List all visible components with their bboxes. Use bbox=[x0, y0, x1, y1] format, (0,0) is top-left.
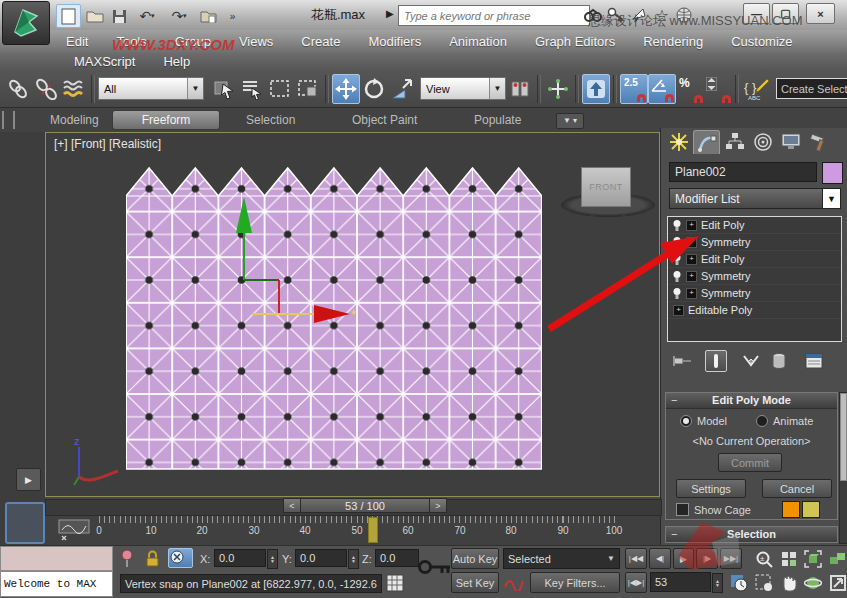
angle-snap-toggle-icon[interactable] bbox=[648, 74, 676, 104]
select-and-move-icon[interactable] bbox=[332, 74, 360, 104]
orbit-icon[interactable] bbox=[801, 572, 824, 593]
maxscript-mini-listener[interactable] bbox=[0, 546, 113, 571]
undo-button[interactable]: ↶▾ bbox=[131, 4, 163, 28]
visibility-bulb-icon[interactable] bbox=[672, 270, 682, 283]
isolate-selection-icon[interactable] bbox=[119, 549, 135, 572]
new-file-icon[interactable] bbox=[56, 4, 81, 28]
default-tangent-icon[interactable] bbox=[503, 573, 525, 595]
current-frame-marker[interactable] bbox=[368, 517, 378, 543]
visibility-bulb-icon[interactable] bbox=[672, 287, 682, 300]
stack-row-editable-poly[interactable]: Editable Poly bbox=[668, 302, 841, 319]
show-cage-checkbox[interactable]: Show Cage bbox=[676, 503, 751, 516]
hierarchy-tab-icon[interactable] bbox=[721, 130, 748, 154]
frame-spinner[interactable]: ▲▼ bbox=[712, 573, 723, 593]
go-to-start-button[interactable]: |◀◀ bbox=[625, 548, 647, 569]
y-coordinate-field[interactable]: 0.0 bbox=[295, 549, 347, 567]
expand-plus-icon[interactable] bbox=[686, 220, 697, 231]
zoom-icon[interactable]: ± bbox=[752, 548, 775, 569]
restore-button[interactable]: ▢ bbox=[772, 3, 799, 24]
current-frame-field[interactable]: 53 bbox=[650, 572, 711, 592]
menu-rendering[interactable]: Rendering bbox=[629, 34, 717, 49]
x-coordinate-field[interactable]: 0.0 bbox=[214, 549, 266, 567]
edit-named-selection-sets-icon[interactable]: { }ABC bbox=[742, 74, 770, 104]
keyboard-shortcut-override-icon[interactable] bbox=[582, 74, 610, 104]
close-button[interactable]: × bbox=[806, 3, 835, 24]
modifier-list-dropdown[interactable]: Modifier List▼ bbox=[669, 188, 841, 209]
play-button[interactable]: ▶ bbox=[673, 548, 694, 569]
select-and-rotate-icon[interactable] bbox=[360, 74, 388, 104]
ribbon-tab-populate[interactable]: Populate bbox=[466, 111, 529, 129]
display-tab-icon[interactable] bbox=[777, 130, 804, 154]
project-folder-icon[interactable] bbox=[196, 4, 221, 28]
named-selection-set-field[interactable]: Create Selection bbox=[776, 78, 847, 99]
show-end-result-icon[interactable] bbox=[705, 350, 727, 372]
object-color-swatch[interactable] bbox=[822, 162, 843, 184]
menu-animation[interactable]: Animation bbox=[435, 34, 521, 49]
menu-help[interactable]: Help bbox=[149, 54, 204, 69]
visibility-bulb-icon[interactable] bbox=[672, 253, 682, 266]
make-unique-icon[interactable] bbox=[739, 350, 763, 372]
transform-typein-mode-icon[interactable] bbox=[168, 548, 193, 568]
ribbon-minimize-caret-icon[interactable]: ▼ ▾ bbox=[556, 113, 584, 129]
time-configuration-icon[interactable] bbox=[727, 572, 750, 593]
create-tab-icon[interactable] bbox=[665, 130, 692, 154]
reference-coordinate-system-dropdown[interactable]: View▼ bbox=[420, 77, 506, 100]
mini-curve-editor-icon[interactable] bbox=[58, 519, 92, 542]
ribbon-tab-modeling[interactable]: Modeling bbox=[42, 111, 107, 129]
unlink-selection-icon[interactable] bbox=[32, 74, 60, 104]
zoom-all-icon[interactable] bbox=[777, 548, 800, 569]
configure-modifier-sets-icon[interactable] bbox=[801, 350, 827, 372]
selection-filter-dropdown[interactable]: All▼ bbox=[98, 77, 204, 100]
snaps-toggle-2.5d-icon[interactable]: 2.5 bbox=[620, 74, 648, 104]
transform-gizmo[interactable]: * bbox=[46, 133, 660, 497]
commit-button[interactable]: Commit bbox=[718, 453, 782, 472]
percent-snap-toggle-icon[interactable]: % bbox=[676, 74, 704, 104]
menu-group[interactable]: Group bbox=[161, 34, 225, 49]
menu-edit[interactable]: Edit bbox=[52, 34, 102, 49]
stack-row-symmetry[interactable]: Symmetry bbox=[668, 268, 841, 285]
expand-plus-icon[interactable] bbox=[673, 305, 684, 316]
select-object-icon[interactable] bbox=[210, 74, 238, 104]
settings-button[interactable]: Settings bbox=[676, 479, 746, 498]
pan-hand-icon[interactable] bbox=[777, 572, 800, 593]
collapse-icon[interactable]: − bbox=[671, 527, 677, 542]
selection-rollout-header[interactable]: − Selection bbox=[666, 527, 837, 543]
use-pivot-point-center-icon[interactable] bbox=[506, 74, 534, 104]
menu-customize[interactable]: Customize bbox=[717, 34, 806, 49]
ribbon-tab-object-paint[interactable]: Object Paint bbox=[344, 111, 425, 129]
stack-row-symmetry[interactable]: Symmetry bbox=[668, 285, 841, 302]
maxscript-listener-output[interactable]: Welcome to MAX bbox=[0, 571, 113, 597]
region-zoom-icon[interactable] bbox=[752, 572, 775, 593]
object-name-field[interactable]: Plane002 bbox=[669, 162, 817, 182]
save-icon[interactable] bbox=[107, 4, 132, 28]
stack-row-edit-poly[interactable]: Edit Poly bbox=[668, 251, 841, 268]
time-slider-label[interactable]: 53 / 100 bbox=[301, 498, 429, 513]
expand-plus-icon[interactable] bbox=[686, 288, 697, 299]
menu-maxscript[interactable]: MAXScript bbox=[60, 54, 149, 69]
front-gizmo-cube[interactable]: FRONT bbox=[581, 167, 631, 207]
viewport-layout-tab-button[interactable] bbox=[5, 502, 45, 544]
z-coordinate-field[interactable]: 0.0 bbox=[375, 549, 419, 567]
front-viewport[interactable]: [+] [Front] [Realistic] * FRONT z bbox=[45, 132, 660, 497]
model-radio[interactable]: Model bbox=[680, 415, 727, 427]
modify-tab-icon[interactable] bbox=[693, 130, 720, 154]
redo-button[interactable]: ↷▾ bbox=[163, 4, 195, 28]
star-favorites-icon[interactable]: ☆ bbox=[652, 5, 672, 25]
stack-row-symmetry[interactable]: Symmetry bbox=[668, 234, 841, 251]
menu-views[interactable]: Views bbox=[225, 34, 287, 49]
next-frame-arrow[interactable]: > bbox=[429, 498, 447, 513]
menu-graph-editors[interactable]: Graph Editors bbox=[521, 34, 629, 49]
expand-plus-icon[interactable] bbox=[686, 271, 697, 282]
modifier-stack-list[interactable]: Edit Poly Symmetry Edit Poly Symmetry Sy… bbox=[667, 216, 842, 342]
search-input[interactable] bbox=[398, 5, 590, 26]
quick-access-overflow-icon[interactable]: » bbox=[220, 4, 245, 28]
globe-help-icon[interactable] bbox=[674, 5, 694, 25]
auto-key-button[interactable]: Auto Key bbox=[451, 548, 499, 569]
binoculars-search-icon[interactable] bbox=[583, 5, 603, 25]
key-step-toggle[interactable]: |◀▶| bbox=[625, 572, 647, 593]
menu-create[interactable]: Create bbox=[287, 34, 354, 49]
open-file-icon[interactable] bbox=[82, 4, 107, 28]
expand-plus-icon[interactable] bbox=[686, 254, 697, 265]
previous-frame-arrow[interactable]: < bbox=[283, 498, 301, 513]
ribbon-tab-selection[interactable]: Selection bbox=[238, 111, 303, 129]
